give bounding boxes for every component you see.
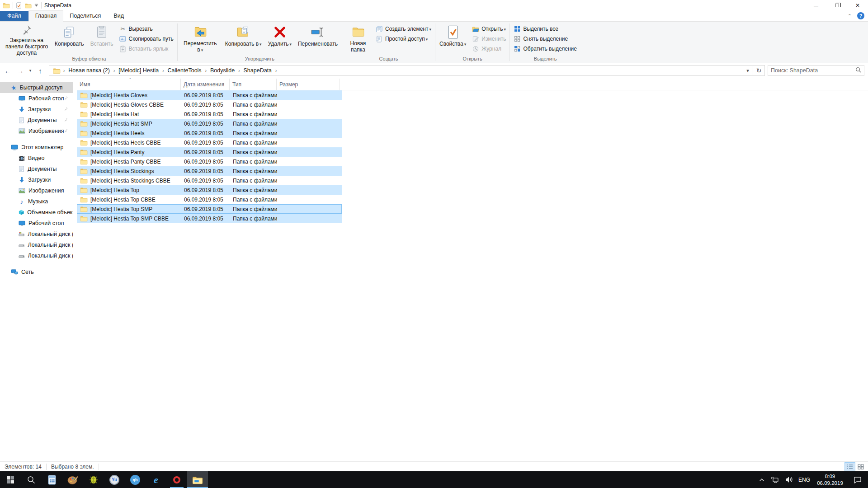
sidebar-item-pictures[interactable]: Изображения (0, 126, 73, 136)
copy-button[interactable]: Копировать (52, 23, 87, 54)
sidebar-item-music[interactable]: ♪ Музыка (0, 196, 73, 207)
column-header-size[interactable]: Размер (277, 79, 340, 90)
search-icon[interactable] (855, 66, 861, 75)
table-row[interactable]: [Melodic] Hestia Panty 06.09.2019 8:05Па… (77, 147, 342, 157)
column-header-name[interactable]: ⌃ Имя (77, 79, 181, 90)
taskbar-file-explorer-button[interactable] (187, 471, 208, 488)
collapse-ribbon-icon[interactable]: ⌃ (848, 13, 852, 19)
sidebar-item-documents[interactable]: Документы (0, 115, 73, 126)
sidebar-item-pictures2[interactable]: Изображения (0, 185, 73, 196)
taskbar-internet-explorer-button[interactable]: e (146, 471, 166, 488)
table-row[interactable]: [Melodic] Hestia Hat 06.09.2019 8:05Папк… (77, 109, 342, 119)
invert-selection-button[interactable]: Обратить выделение (511, 44, 580, 54)
tray-chevron-up-icon[interactable] (755, 478, 769, 482)
breadcrumb-segment[interactable]: [Melodic] Hestia (117, 66, 160, 75)
sidebar-item-local-disk-e[interactable]: Локальный диск (E:) (0, 250, 73, 261)
properties-button[interactable]: Свойства (436, 23, 469, 54)
refresh-icon[interactable]: ↻ (753, 65, 765, 76)
breadcrumb[interactable]: Новая папка (2) [Melodic] Hestia Calient… (49, 65, 753, 76)
taskbar-cheat-engine-button[interactable] (83, 471, 104, 488)
table-row[interactable]: [Melodic] Hestia Gloves 06.09.2019 8:05П… (77, 90, 342, 100)
start-button[interactable] (0, 471, 21, 488)
properties-quick-icon[interactable] (16, 2, 22, 9)
help-icon[interactable]: ? (857, 12, 864, 19)
sidebar-item-documents2[interactable]: Документы (0, 164, 73, 174)
tray-network-icon[interactable] (769, 476, 782, 483)
table-row[interactable]: [Melodic] Hestia Top CBBE 06.09.2019 8:0… (77, 195, 342, 204)
table-row[interactable]: [Melodic] Hestia Stockings CBBE 06.09.20… (77, 176, 342, 185)
new-item-button[interactable]: Создать элемент (373, 24, 434, 34)
cut-button[interactable]: ✂ Вырезать (117, 24, 176, 34)
language-indicator[interactable]: ENG (796, 477, 813, 483)
thumbnails-view-button[interactable] (855, 462, 866, 471)
sidebar-item-3d-objects[interactable]: Объемные объекты (0, 207, 73, 218)
delete-button[interactable]: Удалить (265, 23, 295, 54)
pin-to-quick-access-button[interactable]: Закрепить на панели быстрого доступа (2, 23, 52, 54)
restore-button[interactable] (826, 0, 847, 11)
column-header-date[interactable]: Дата изменения (181, 79, 230, 90)
sidebar-item-desktop[interactable]: Рабочий стол (0, 93, 73, 104)
copy-path-button[interactable]: Скопировать путь (117, 34, 176, 44)
up-button[interactable]: ↑ (34, 65, 46, 76)
back-button[interactable]: ← (2, 65, 14, 76)
new-folder-quick-icon[interactable] (25, 3, 32, 9)
table-row[interactable]: [Melodic] Hestia Top SMP CBBE 06.09.2019… (77, 214, 342, 223)
select-all-button[interactable]: Выделить все (511, 24, 580, 34)
easy-access-button[interactable]: Простой доступ (373, 34, 434, 44)
paste-icon (96, 24, 108, 40)
taskbar-clock[interactable]: 8:09 06.09.2019 (813, 473, 847, 486)
table-row[interactable]: [Melodic] Hestia Top 06.09.2019 8:05Папк… (77, 185, 342, 195)
tab-view[interactable]: Вид (107, 11, 130, 21)
customize-qat-icon[interactable] (34, 4, 38, 7)
minimize-button[interactable] (806, 0, 826, 11)
sidebar-item-local-disk-d[interactable]: Локальный диск (D:) (0, 239, 73, 250)
taskbar-yu-client-button[interactable]: Yu (104, 471, 125, 488)
sidebar-item-downloads2[interactable]: Загрузки (0, 174, 73, 185)
breadcrumb-segment[interactable]: CalienteTools (166, 66, 203, 75)
rename-button[interactable]: Переименовать (295, 23, 341, 54)
sidebar-item-desktop2[interactable]: Рабочий стол (0, 218, 73, 229)
taskbar-qbittorrent-button[interactable]: qb (125, 471, 146, 488)
sidebar-item-network[interactable]: Сеть (0, 267, 73, 277)
table-row[interactable]: [Melodic] Hestia Top SMP 06.09.2019 8:05… (77, 204, 342, 214)
taskbar-calculator-button[interactable] (42, 471, 62, 488)
action-center-icon[interactable] (847, 476, 868, 483)
drive-icon (19, 253, 25, 258)
table-row[interactable]: [Melodic] Hestia Stockings 06.09.2019 8:… (77, 166, 342, 176)
sidebar-item-this-pc[interactable]: Этот компьютер (0, 142, 73, 153)
address-dropdown-icon[interactable]: ▾ (743, 66, 753, 75)
taskbar-search-button[interactable] (21, 471, 42, 488)
table-row[interactable]: [Melodic] Hestia Gloves CBBE 06.09.2019 … (77, 100, 342, 109)
tab-home[interactable]: Главная (28, 10, 64, 22)
clock-date: 06.09.2019 (817, 480, 843, 486)
folder-icon (80, 158, 88, 165)
sidebar-item-local-disk-c[interactable]: Локальный диск (C:) (0, 229, 73, 239)
search-input[interactable] (771, 67, 855, 74)
tray-volume-icon[interactable] (782, 476, 796, 483)
close-button[interactable] (847, 0, 868, 11)
star-icon: ★ (10, 84, 17, 92)
table-row[interactable]: [Melodic] Hestia Hat SMP 06.09.2019 8:05… (77, 119, 342, 128)
new-folder-button[interactable]: Новая папка (343, 23, 373, 54)
details-view-button[interactable] (844, 462, 855, 471)
table-row[interactable]: [Melodic] Hestia Heels CBBE 06.09.2019 8… (77, 138, 342, 147)
copy-to-button[interactable]: Копировать в (222, 23, 265, 54)
recent-locations-icon[interactable]: ▾ (27, 65, 33, 76)
taskbar-opera-button[interactable] (166, 471, 187, 488)
table-row[interactable]: [Melodic] Hestia Heels 06.09.2019 8:05Па… (77, 128, 342, 138)
column-header-type[interactable]: Тип (230, 79, 277, 90)
breadcrumb-segment[interactable]: Bodyslide (208, 66, 236, 75)
search-box[interactable] (768, 65, 864, 76)
select-none-button[interactable]: Снять выделение (511, 34, 580, 44)
sidebar-item-downloads[interactable]: Загрузки (0, 104, 73, 115)
sidebar-item-videos[interactable]: Видео (0, 153, 73, 164)
move-to-button[interactable]: Переместить в (179, 23, 222, 54)
table-row[interactable]: [Melodic] Hestia Panty CBBE 06.09.2019 8… (77, 157, 342, 166)
tab-share[interactable]: Поделиться (63, 11, 107, 21)
sidebar-item-quick-access[interactable]: ★ Быстрый доступ (0, 82, 73, 93)
taskbar-paint-button[interactable] (62, 471, 83, 488)
breadcrumb-segment[interactable]: Новая папка (2) (66, 66, 112, 75)
breadcrumb-segment[interactable]: ShapeData (242, 66, 274, 75)
tab-file[interactable]: Файл (0, 11, 28, 21)
open-button[interactable]: Открыть (469, 24, 509, 34)
